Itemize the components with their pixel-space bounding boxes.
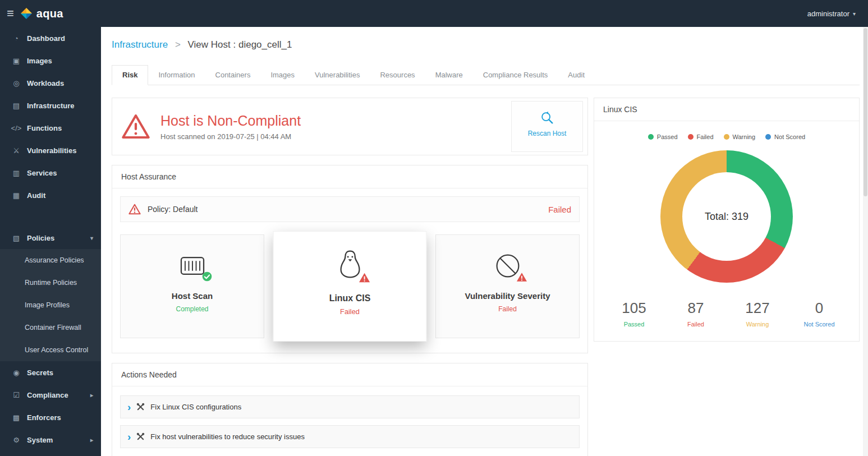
sidebar-item-runtime-policies[interactable]: Runtime Policies: [0, 271, 101, 294]
tab-risk[interactable]: Risk: [112, 65, 148, 85]
action-label: Fix Linux CIS configurations: [150, 403, 241, 411]
actions-needed-title: Actions Needed: [112, 363, 587, 386]
tab-audit[interactable]: Audit: [558, 66, 595, 85]
sidebar-item-dashboard[interactable]: ◔ Dashboard: [0, 27, 101, 49]
main-content: Infrastructure > View Host : diego_cell_…: [101, 27, 868, 456]
warning-triangle-icon: [128, 204, 141, 215]
sidebar-item-label: Secrets: [27, 369, 53, 377]
tab-vulnerabilities[interactable]: Vulnerabilities: [305, 66, 370, 85]
sidebar-item-images[interactable]: ▣ Images: [0, 49, 101, 72]
linux-cis-panel-title: Linux CIS: [594, 98, 859, 121]
donut-center-label: Total: 319: [682, 172, 771, 261]
stat-label: Not Scored: [788, 321, 850, 328]
warning-badge-icon: [358, 272, 370, 283]
chart-stats: 105 Passed 87 Failed 127 Warning 0 Not S…: [603, 300, 850, 328]
chevron-right-icon: ▸: [90, 392, 93, 398]
card-vulnerability-severity[interactable]: Vulnerability Severity Failed: [435, 234, 580, 338]
card-status: Failed: [436, 305, 579, 313]
action-label: Fix host vulnerabilities to reduce secur…: [150, 432, 305, 441]
legend-dot: [724, 134, 729, 140]
check-badge-icon: [201, 271, 213, 282]
user-menu[interactable]: administrator ▾: [807, 10, 868, 18]
services-icon: ▥: [10, 169, 22, 177]
policy-label: Policy: Default: [148, 205, 198, 214]
images-icon: ▣: [10, 57, 22, 65]
stat-not-scored: 0 Not Scored: [788, 300, 850, 328]
sidebar-item-label: Audit: [27, 191, 45, 200]
compliance-icon: ☑: [10, 391, 22, 399]
legend-item-not-scored: Not Scored: [765, 133, 805, 140]
stat-label: Warning: [727, 321, 788, 328]
sidebar-item-policies[interactable]: ▧ Policies ▾: [0, 227, 101, 249]
tab-malware[interactable]: Malware: [425, 66, 473, 85]
legend-dot: [648, 134, 654, 140]
banner-text: Host is Non-Compliant Host scanned on 20…: [160, 113, 301, 141]
sidebar-item-audit[interactable]: ▦ Audit: [0, 184, 101, 206]
sidebar-item-image-profiles[interactable]: Image Profiles: [0, 294, 101, 316]
rescan-host-label: Rescan Host: [512, 130, 582, 137]
vulnerabilities-icon: ⚔: [10, 146, 22, 155]
host-assurance-panel: Host Assurance Policy: Default Failed: [112, 165, 588, 353]
sidebar-item-assurance-policies[interactable]: Assurance Policies: [0, 249, 101, 271]
workloads-icon: ◎: [10, 79, 22, 87]
chevron-down-icon: ▾: [853, 11, 856, 17]
sidebar-item-label: Infrastructure: [27, 102, 75, 110]
tab-containers[interactable]: Containers: [205, 66, 261, 85]
hamburger-menu-icon[interactable]: ≡: [7, 7, 14, 20]
infrastructure-icon: ▤: [10, 102, 22, 110]
stat-warning: 127 Warning: [727, 300, 788, 328]
breadcrumb-separator: >: [175, 39, 181, 50]
aqua-logo-icon: [20, 7, 33, 20]
host-assurance-title: Host Assurance: [112, 165, 587, 188]
tab-resources[interactable]: Resources: [370, 66, 425, 85]
sidebar-item-secrets[interactable]: ◉ Secrets: [0, 361, 101, 384]
logo-text: aqua: [36, 7, 63, 20]
breadcrumb-infrastructure-link[interactable]: Infrastructure: [112, 39, 168, 50]
secrets-icon: ◉: [10, 369, 22, 377]
tab-compliance-results[interactable]: Compliance Results: [473, 66, 558, 85]
sidebar-item-functions[interactable]: </> Functions: [0, 117, 101, 139]
sidebar-item-label: Functions: [27, 124, 62, 132]
sidebar-item-workloads[interactable]: ◎ Workloads: [0, 72, 101, 94]
card-linux-cis[interactable]: Linux CIS Failed: [273, 231, 427, 342]
dashboard-icon: ◔: [10, 34, 22, 43]
scrollbar-thumb[interactable]: [864, 28, 867, 196]
legend-dot: [765, 134, 771, 140]
sidebar-item-services[interactable]: ▥ Services: [0, 162, 101, 184]
aqua-logo[interactable]: aqua: [20, 7, 63, 20]
card-status: Completed: [121, 305, 264, 313]
sidebar-item-container-firewall[interactable]: Container Firewall: [0, 316, 101, 339]
card-host-scan[interactable]: Host Scan Completed: [120, 234, 264, 338]
chevron-right-icon: ›: [127, 431, 131, 442]
sidebar-item-vulnerabilities[interactable]: ⚔ Vulnerabilities: [0, 139, 101, 162]
sidebar-item-label: Images: [27, 57, 52, 65]
sidebar-item-system[interactable]: ⚙ System ▸: [0, 429, 101, 451]
legend-item-passed: Passed: [648, 133, 678, 140]
donut-chart: Total: 319: [660, 150, 793, 283]
scrollbar[interactable]: [863, 27, 868, 456]
warning-badge-icon: [516, 272, 527, 282]
action-fix-linux-cis[interactable]: › Fix Linux CIS configurations: [120, 395, 580, 418]
stat-label: Passed: [603, 321, 665, 328]
page-title: View Host : diego_cell_1: [188, 39, 292, 50]
sidebar-item-label: Dashboard: [27, 34, 65, 43]
sidebar-item-enforcers[interactable]: ▩ Enforcers: [0, 406, 101, 429]
rescan-host-button[interactable]: Rescan Host: [511, 101, 583, 152]
card-title: Vulnerability Severity: [436, 291, 579, 301]
fix-tools-icon: [136, 432, 145, 441]
user-menu-label: administrator: [807, 10, 849, 18]
tab-information[interactable]: Information: [148, 66, 205, 85]
action-fix-host-vulnerabilities[interactable]: › Fix host vulnerabilities to reduce sec…: [120, 425, 580, 448]
sidebar-item-infrastructure[interactable]: ▤ Infrastructure: [0, 94, 101, 117]
chart-legend: Passed Failed Warning Not Scored: [603, 133, 850, 140]
sidebar: ◔ Dashboard ▣ Images ◎ Workloads ▤ Infra…: [0, 27, 101, 456]
sidebar-item-label: Workloads: [27, 79, 64, 87]
policy-default-row[interactable]: Policy: Default Failed: [120, 196, 580, 222]
tab-images[interactable]: Images: [260, 66, 305, 85]
sidebar-item-compliance[interactable]: ☑ Compliance ▸: [0, 384, 101, 406]
policy-status-badge: Failed: [548, 205, 571, 214]
system-icon: ⚙: [10, 436, 22, 444]
stat-passed: 105 Passed: [603, 300, 665, 328]
enforcers-icon: ▩: [10, 413, 22, 422]
sidebar-item-user-access-control[interactable]: User Access Control: [0, 339, 101, 361]
